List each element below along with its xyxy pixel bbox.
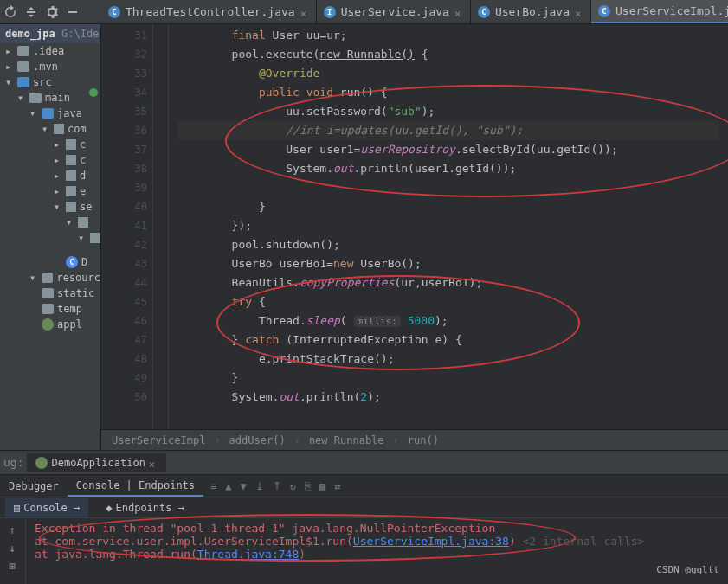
- collapse-icon[interactable]: [24, 5, 38, 19]
- debug-label: ug:: [3, 456, 23, 469]
- tree-package-com[interactable]: ▾com: [0, 121, 100, 137]
- project-tree: demo_jpa G:\Ide ▸.idea ▸.mvn ▾src ▾main …: [0, 24, 101, 450]
- java-class-icon: C: [478, 6, 490, 18]
- package-icon: [66, 170, 76, 181]
- tree-folder-src[interactable]: ▾src: [0, 74, 100, 90]
- tool-icon[interactable]: ⎘: [305, 480, 311, 492]
- tree-folder-java[interactable]: ▾java: [0, 106, 100, 121]
- up-icon[interactable]: ↑: [10, 523, 16, 536]
- tool-icon[interactable]: ⤓: [255, 480, 264, 492]
- java-class-icon: C: [108, 6, 120, 18]
- tab-threadtestcontroller[interactable]: CThreadTestController.java×: [101, 0, 317, 23]
- folder-icon: [42, 304, 54, 314]
- wrap-icon[interactable]: ⊞: [10, 560, 16, 573]
- debug-panel: ug: DemoApplication × Debugger Console |…: [0, 450, 728, 584]
- package-icon: [66, 155, 76, 165]
- console-subtab[interactable]: ▤ Console →: [5, 498, 88, 517]
- endpoints-subtab[interactable]: ◆ Endpoints →: [97, 498, 193, 517]
- watermark: CSDN @gqltt: [656, 564, 719, 575]
- package-icon: [78, 217, 88, 228]
- tree-package[interactable]: ▾: [0, 215, 100, 230]
- settings-icon[interactable]: [45, 5, 59, 19]
- spring-icon: [35, 457, 48, 469]
- tool-icon[interactable]: ⇄: [334, 480, 340, 492]
- close-icon[interactable]: ×: [575, 8, 583, 16]
- tab-userserviceimpl[interactable]: CUserServiceImpl.java×: [591, 0, 728, 23]
- tool-icon[interactable]: ⤒: [273, 480, 281, 492]
- line-numbers: 313233 34 35363738 39404142 43444546 474…: [101, 24, 153, 450]
- tool-icon[interactable]: ▦: [319, 480, 325, 492]
- package-icon: [66, 202, 76, 212]
- minimize-icon[interactable]: [66, 5, 80, 19]
- tree-class-demo[interactable]: CD: [0, 254, 100, 270]
- close-icon[interactable]: ×: [300, 8, 309, 16]
- folder-icon: [17, 77, 29, 87]
- folder-icon: [42, 108, 54, 119]
- tool-icon[interactable]: ≡: [210, 480, 216, 492]
- refresh-icon[interactable]: [3, 5, 17, 19]
- tree-folder-temp[interactable]: temp: [0, 301, 100, 317]
- tab-userservice[interactable]: IUserService.java×: [317, 0, 471, 23]
- folder-icon: [42, 273, 54, 283]
- stacktrace-link[interactable]: UserServiceImpl.java:38: [353, 535, 509, 548]
- package-icon: [66, 139, 76, 150]
- folder-icon: [42, 288, 54, 298]
- tree-folder-static[interactable]: static: [0, 286, 100, 301]
- tree-folder-main[interactable]: ▾main: [0, 90, 100, 106]
- console-endpoints-tab[interactable]: Console | Endpoints: [68, 476, 203, 497]
- run-config-tab[interactable]: DemoApplication ×: [27, 453, 165, 472]
- package-icon: [66, 186, 76, 196]
- inline-hint: millis:: [354, 316, 401, 327]
- folder-icon: [29, 93, 42, 103]
- tree-folder-resources[interactable]: ▾resourc: [0, 270, 100, 286]
- project-root[interactable]: demo_jpa G:\Ide: [0, 24, 100, 43]
- folder-icon: [17, 61, 29, 72]
- editor-tabs: CThreadTestController.java× IUserService…: [101, 0, 728, 24]
- java-class-icon: C: [66, 256, 78, 268]
- tool-icon[interactable]: ▲: [225, 480, 231, 492]
- java-class-icon: C: [598, 5, 610, 17]
- package-icon: [54, 124, 64, 134]
- debugger-tab[interactable]: Debugger: [0, 477, 68, 496]
- code-area[interactable]: final User uu=ur; pool.execute(new Runna…: [169, 24, 728, 450]
- tree-folder-idea[interactable]: ▸.idea: [0, 43, 100, 59]
- tree-package[interactable]: ▾se: [0, 199, 100, 215]
- tab-userbo[interactable]: CUserBo.java×: [471, 0, 591, 23]
- console-output[interactable]: Exception in thread "pool-1-thread-1" ja…: [26, 518, 728, 584]
- tree-package[interactable]: ▸c: [0, 137, 100, 152]
- tree-folder-mvn[interactable]: ▸.mvn: [0, 59, 100, 74]
- close-icon[interactable]: ×: [454, 8, 463, 16]
- code-editor[interactable]: 313233 34 35363738 39404142 43444546 474…: [101, 24, 728, 450]
- close-icon[interactable]: ×: [149, 459, 158, 467]
- tool-icon[interactable]: ↻: [290, 480, 296, 492]
- tree-package[interactable]: ▸c: [0, 152, 100, 168]
- tree-package[interactable]: ▸e: [0, 183, 100, 199]
- tree-package[interactable]: ▾: [0, 230, 100, 246]
- package-icon: [90, 233, 100, 243]
- stacktrace-link[interactable]: Thread.java:748: [197, 548, 299, 561]
- spring-icon: [42, 318, 54, 331]
- console-gutter: ↑ ↓ ⊞: [0, 518, 26, 584]
- down-icon[interactable]: ↓: [10, 542, 16, 555]
- tree-file-appl[interactable]: appl: [0, 317, 100, 332]
- breadcrumb[interactable]: UserServiceImpl› addUser()› new Runnable…: [101, 429, 728, 450]
- gutter-mark-icon[interactable]: [89, 88, 98, 97]
- fold-gutter: [153, 24, 169, 450]
- folder-icon: [17, 46, 29, 56]
- tool-icon[interactable]: ▼: [241, 480, 247, 492]
- java-interface-icon: I: [324, 6, 336, 18]
- tree-package[interactable]: ▸d: [0, 168, 100, 183]
